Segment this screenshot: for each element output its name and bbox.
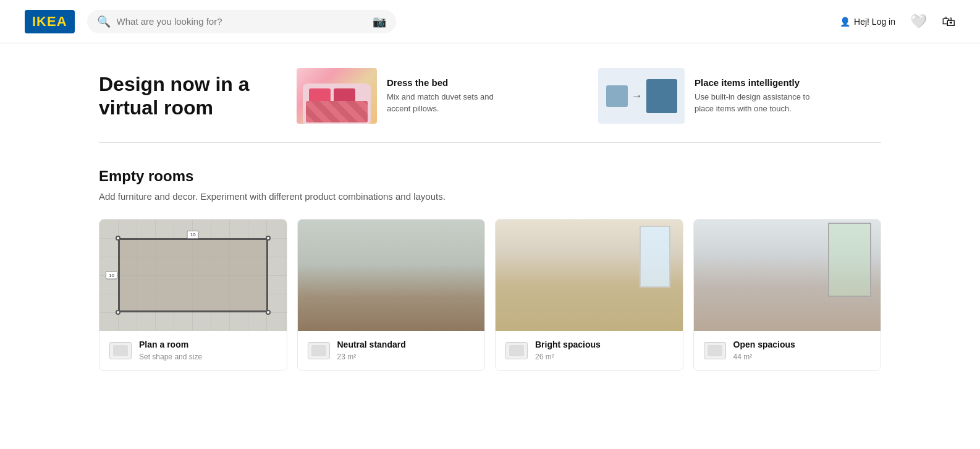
- search-input[interactable]: [117, 16, 366, 27]
- room-card-footer-bright: Bright spacious 26 m²: [496, 331, 683, 370]
- search-icon: 🔍: [97, 15, 111, 28]
- room-name-bright: Bright spacious: [535, 340, 601, 349]
- rooms-grid: 10 10 Plan a room Set shape and size: [99, 219, 881, 371]
- room-card-footer-plan: Plan a room Set shape and size: [99, 331, 287, 370]
- room-info-neutral: Neutral standard 23 m²: [337, 340, 406, 362]
- neutral-thumb-icon: [308, 342, 330, 359]
- login-label: Hej! Log in: [854, 17, 895, 27]
- box-3d-after: [646, 79, 677, 113]
- room-name-neutral: Neutral standard: [337, 340, 406, 349]
- room-card-plan[interactable]: 10 10 Plan a room Set shape and size: [99, 219, 287, 371]
- hero-features: Dress the bed Mix and match duvet sets a…: [297, 68, 881, 124]
- bed-feature-title: Dress the bed: [387, 77, 510, 88]
- room-info-plan: Plan a room Set shape and size: [139, 340, 202, 362]
- room-size-open: 44 m²: [733, 353, 753, 361]
- section-subtitle: Add furniture and decor. Experiment with…: [99, 191, 881, 202]
- place-feature-title: Place items intelligently: [695, 77, 818, 88]
- room-image-neutral: [298, 220, 485, 331]
- arrow-icon: →: [632, 90, 643, 103]
- place-feature-desc: Use built-in design assistance to place …: [695, 92, 818, 114]
- room-name-plan: Plan a room: [139, 340, 202, 349]
- place-illustration: →: [598, 68, 685, 124]
- empty-rooms-section: Empty rooms Add furniture and decor. Exp…: [0, 143, 980, 396]
- bed-feature-text: Dress the bed Mix and match duvet sets a…: [387, 77, 510, 114]
- room-detail-plan: Set shape and size: [139, 353, 202, 361]
- open-thumb-icon: [704, 342, 726, 359]
- ikea-logo: IKEA: [25, 10, 75, 33]
- room-card-bright[interactable]: Bright spacious 26 m²: [495, 219, 683, 371]
- bed-illustration: [297, 68, 377, 124]
- room-card-open[interactable]: Open spacious 44 m²: [693, 219, 882, 371]
- login-button[interactable]: 👤 Hej! Log in: [840, 17, 895, 27]
- room-card-footer-neutral: Neutral standard 23 m²: [298, 331, 485, 370]
- room-card-neutral[interactable]: Neutral standard 23 m²: [297, 219, 486, 371]
- room-door-open: [828, 223, 871, 297]
- plan-dim-top: 10: [187, 231, 199, 239]
- room-image-bright: [496, 220, 683, 331]
- room-size-bright: 26 m²: [535, 353, 554, 361]
- room-size-neutral: 23 m²: [337, 353, 357, 361]
- room-info-bright: Bright spacious 26 m²: [535, 340, 601, 362]
- hero-feature-bed: Dress the bed Mix and match duvet sets a…: [297, 68, 580, 124]
- place-feature-text: Place items intelligently Use built-in d…: [695, 77, 818, 114]
- box-3d-before: [606, 85, 628, 107]
- hero-feature-place: → Place items intelligently Use built-in…: [598, 68, 881, 124]
- header-right: 👤 Hej! Log in 🤍 🛍: [840, 14, 955, 30]
- search-bar[interactable]: 🔍 📷: [87, 10, 396, 33]
- room-info-open: Open spacious 44 m²: [733, 340, 795, 362]
- cart-icon[interactable]: 🛍: [942, 14, 955, 30]
- bed-feature-desc: Mix and match duvet sets and accent pill…: [387, 92, 510, 114]
- plan-dim-left: 10: [106, 272, 117, 280]
- room-card-footer-open: Open spacious 44 m²: [694, 331, 881, 370]
- person-icon: 👤: [840, 17, 850, 27]
- section-title: Empty rooms: [99, 168, 881, 185]
- room-image-plan: 10 10: [99, 220, 287, 331]
- camera-icon[interactable]: 📷: [373, 15, 386, 28]
- room-image-open: [694, 220, 881, 331]
- header: IKEA 🔍 📷 👤 Hej! Log in 🤍 🛍: [0, 0, 980, 43]
- wishlist-icon[interactable]: 🤍: [910, 14, 927, 30]
- plan-thumb-icon: [109, 342, 132, 359]
- hero-title: Design now in a virtual room: [99, 72, 272, 120]
- room-window-bright: [640, 226, 670, 288]
- hero-section: Design now in a virtual room Dress the b…: [0, 43, 980, 142]
- bright-thumb-icon: [505, 342, 528, 359]
- room-name-open: Open spacious: [733, 340, 795, 349]
